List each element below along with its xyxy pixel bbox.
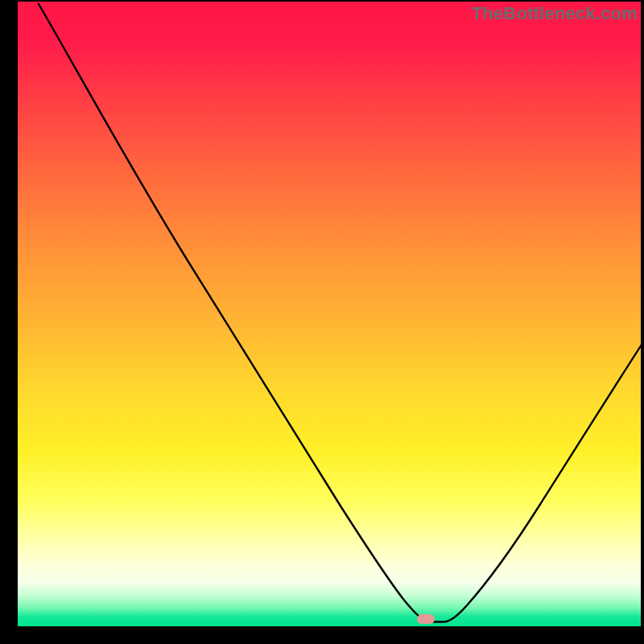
bottleneck-curve	[18, 2, 641, 626]
bottleneck-chart: TheBottleneck.com	[0, 0, 644, 644]
attribution-watermark: TheBottleneck.com	[472, 3, 638, 24]
curve-path	[39, 4, 641, 622]
optimum-marker	[417, 614, 435, 624]
plot-area	[18, 2, 641, 626]
